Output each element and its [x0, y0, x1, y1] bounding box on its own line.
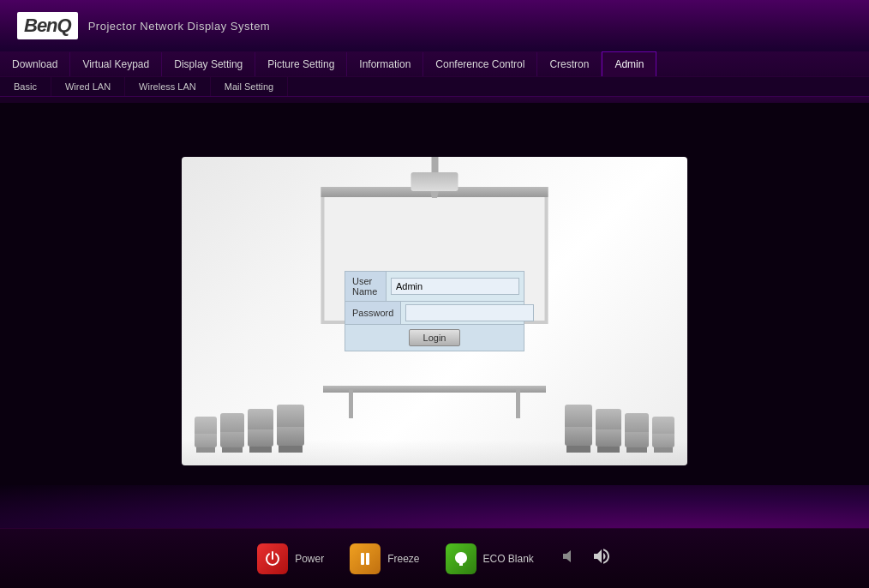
volume-area	[560, 546, 612, 571]
nav-sub-mail-setting[interactable]: Mail Setting	[211, 77, 288, 96]
logo: BenQ Projector Network Display System	[17, 12, 270, 39]
nav-display-setting[interactable]: Display Setting	[162, 52, 255, 76]
header: BenQ Projector Network Display System	[0, 0, 869, 51]
power-label: Power	[295, 553, 324, 565]
freeze-label: Freeze	[387, 553, 419, 565]
username-input[interactable]	[391, 278, 519, 295]
navigation: Download Virtual Keypad Display Setting …	[0, 51, 869, 97]
nav-information[interactable]: Information	[347, 52, 423, 76]
volume-min-icon[interactable]	[560, 547, 578, 570]
login-button-row: Login	[345, 325, 524, 351]
nav-sub-basic[interactable]: Basic	[0, 77, 51, 96]
login-form: User Name Password Login	[345, 271, 524, 351]
freeze-control[interactable]: Freeze	[350, 543, 419, 574]
power-control[interactable]: Power	[257, 543, 324, 574]
eco-control[interactable]: ECO Blank	[446, 543, 534, 574]
password-input[interactable]	[405, 304, 534, 321]
freeze-icon	[350, 543, 381, 574]
svg-rect-1	[366, 553, 369, 565]
app-title: Projector Network Display System	[88, 20, 271, 33]
nav-sub-wired-lan[interactable]: Wired LAN	[51, 77, 125, 96]
eco-icon	[446, 543, 476, 574]
login-button[interactable]: Login	[409, 329, 461, 346]
nav-top: Download Virtual Keypad Display Setting …	[0, 51, 869, 76]
bottom-toolbar: Power Freeze ECO Blank	[0, 528, 869, 588]
power-icon	[257, 543, 288, 574]
nav-picture-setting[interactable]: Picture Setting	[255, 52, 347, 76]
nav-conference-control[interactable]: Conference Control	[423, 52, 537, 76]
username-row: User Name	[345, 272, 524, 302]
nav-sub-wireless-lan[interactable]: Wireless LAN	[125, 77, 211, 96]
main-content: User Name Password Login	[0, 97, 869, 525]
nav-admin[interactable]: Admin	[602, 51, 656, 76]
nav-download[interactable]: Download	[0, 52, 70, 76]
password-label: Password	[345, 302, 401, 324]
nav-virtual-keypad[interactable]: Virtual Keypad	[70, 52, 162, 76]
projector-panel: User Name Password Login	[182, 157, 687, 465]
nav-crestron[interactable]: Crestron	[537, 52, 602, 76]
logo-benq: BenQ	[17, 12, 78, 39]
svg-rect-0	[361, 553, 364, 565]
nav-sub: Basic Wired LAN Wireless LAN Mail Settin…	[0, 76, 869, 96]
eco-label: ECO Blank	[483, 553, 534, 565]
username-label: User Name	[345, 272, 387, 301]
password-row: Password	[345, 302, 524, 325]
volume-max-icon[interactable]	[591, 546, 612, 571]
